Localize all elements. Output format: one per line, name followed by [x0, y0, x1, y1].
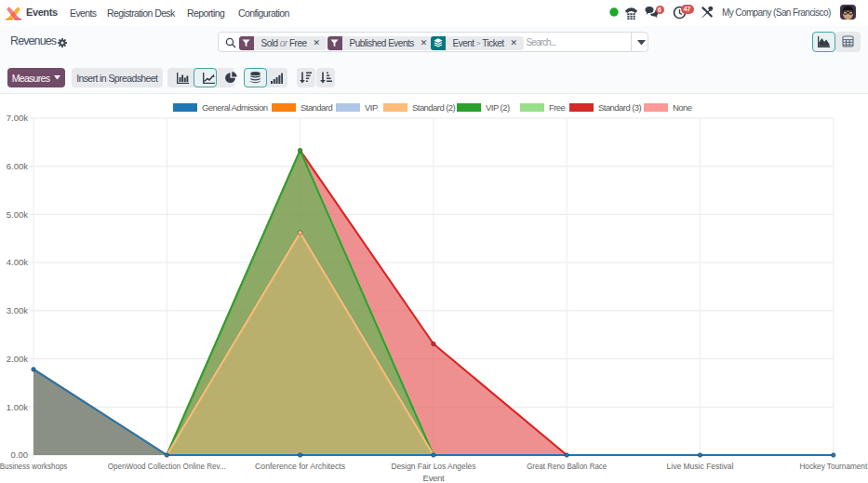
svg-text:Business workshops: Business workshops: [0, 461, 68, 471]
svg-text:4.00k: 4.00k: [7, 257, 28, 267]
svg-text:Conference for Architects: Conference for Architects: [255, 461, 345, 471]
svg-text:Event: Event: [423, 473, 445, 483]
svg-text:Design Fair Los Angeles: Design Fair Los Angeles: [391, 461, 475, 471]
svg-text:6.00k: 6.00k: [7, 161, 28, 171]
svg-text:2.00k: 2.00k: [7, 354, 28, 364]
svg-text:OpenWood Collection Online Rev: OpenWood Collection Online Rev...: [108, 461, 226, 471]
svg-text:0.00: 0.00: [11, 449, 29, 460]
svg-text:Live Music Festival: Live Music Festival: [667, 461, 734, 471]
svg-text:3.00k: 3.00k: [7, 305, 28, 315]
svg-text:Hockey Tournament: Hockey Tournament: [799, 461, 867, 471]
svg-text:7.00k: 7.00k: [7, 113, 28, 123]
svg-text:5.00k: 5.00k: [7, 209, 28, 220]
svg-text:Great Reno Ballon Race: Great Reno Ballon Race: [527, 461, 607, 471]
svg-text:1.00k: 1.00k: [7, 402, 28, 412]
